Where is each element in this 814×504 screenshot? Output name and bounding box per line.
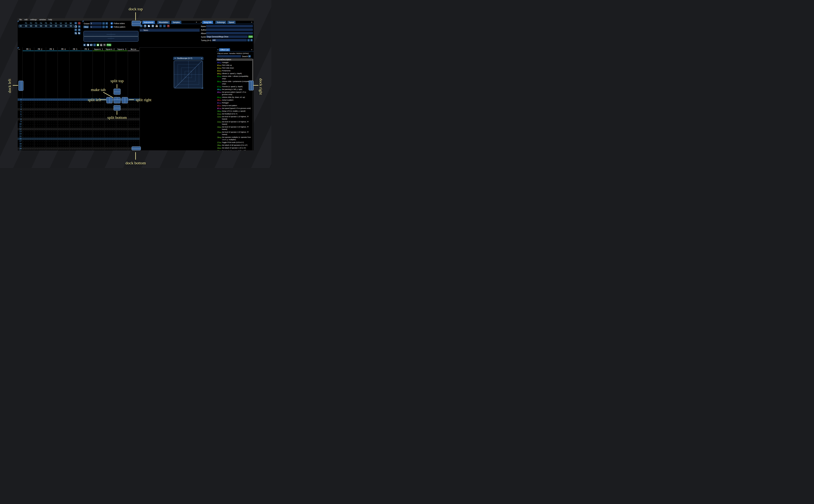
move-order-down-button[interactable]: ∨ (74, 29, 77, 31)
close-icon[interactable]: × (251, 21, 252, 23)
pattern-cell[interactable]: . . . . . . . . . . . . (81, 150, 92, 150)
pattern-cell[interactable]: . . . . . . . . . . . . (46, 133, 57, 135)
pattern-cell[interactable]: . . . . . . . . . . . . (104, 133, 116, 135)
pattern-cell[interactable]: . . . . . . . . . . . . (34, 131, 46, 132)
pattern-cell[interactable]: . . . . . . . . . . . . (46, 118, 57, 120)
duplicate-order-button[interactable] (74, 25, 77, 28)
order-cell[interactable]: 00 (48, 25, 53, 27)
dock-target-top[interactable] (132, 21, 141, 26)
column-description[interactable]: Description (222, 59, 231, 61)
pattern-cell[interactable]: . . . . . . . . . . . . (46, 138, 57, 140)
pattern-cell[interactable]: . . . . . . . . . . . . (92, 138, 104, 140)
pattern-cell[interactable]: . . . . . . . . . . . . (128, 109, 139, 110)
pattern-cell[interactable]: . . . . . . . . . . . . (128, 136, 139, 137)
oscilloscope-xy-titlebar[interactable]: ▼ Oscilloscope (X-Y) × (173, 57, 203, 60)
pattern-cell[interactable]: . . . . . . . . . . . . (81, 109, 92, 110)
pattern-cell[interactable]: . . . . . . . . . . . . (92, 148, 104, 149)
order-channel-F4[interactable]: F4 (39, 22, 43, 24)
channel-header-fm-1[interactable]: FM 1 (22, 48, 34, 50)
pattern-cell[interactable]: . . . . . . . . . . . . (57, 126, 69, 127)
pattern-cell[interactable]: . . . . . . . . . . . . (92, 113, 104, 115)
pattern-cell[interactable]: . . . . . . . . . . . . (128, 111, 139, 113)
pattern-cell[interactable]: . . . . . . . . . . . . (46, 140, 57, 142)
pattern-cell[interactable]: . . . . . . . . . . . . (92, 128, 104, 130)
pattern-cell[interactable]: . . . . . . . . . . . . (81, 133, 92, 135)
step-input[interactable]: 1 (90, 26, 102, 28)
pattern-cell[interactable]: . . . . . . . . . . . . (69, 143, 81, 145)
pattern-cell[interactable]: . . . . . . . . . . . . (69, 99, 81, 100)
pattern-cell[interactable]: . . . . . . . . . . . . (22, 133, 34, 135)
duplicate-instrument-button[interactable] (144, 25, 146, 27)
pattern-cell[interactable]: . . . . . . . . . . . . (104, 150, 116, 150)
pattern-cell[interactable]: . . . . . . . . . . . . (116, 140, 128, 142)
follow-pattern-checkbox[interactable]: ✓ (111, 26, 113, 28)
metronome-button[interactable] (100, 44, 102, 46)
pattern-cell[interactable]: . . . . . . . . . . . . (57, 113, 69, 115)
pattern-cell[interactable]: . . . . . . . . . . . . (104, 111, 116, 113)
pattern-cell[interactable]: . . . . . . . . . . . . (22, 113, 34, 115)
pattern-cell[interactable]: . . . . . . . . . . . . (34, 109, 46, 110)
menu-item-help[interactable]: help (48, 18, 52, 21)
pattern-cell[interactable]: . . . . . . . . . . . . (81, 138, 92, 140)
pattern-cell[interactable]: . . . . . . . . . . . . (104, 138, 116, 140)
pattern-cell[interactable]: . . . . . . . . . . . . (22, 116, 34, 118)
channel-header-square-1[interactable]: Square 1 (92, 48, 104, 50)
pattern-cell[interactable]: . . . . . . . . . . . . (104, 145, 116, 147)
pattern-cell[interactable]: . . . . . . . . . . . . (57, 99, 69, 100)
pattern-cell[interactable]: . . . . . . . . . . . . (46, 111, 57, 113)
pattern-cell[interactable]: . . . . . . . . . . . . (104, 121, 116, 123)
move-order-up-button[interactable]: ∧ (78, 25, 81, 28)
pattern-cell[interactable]: . . . . . . . . . . . . (46, 104, 57, 105)
pattern-cell[interactable]: . . . . . . . . . . . . (81, 111, 92, 113)
pattern-cell[interactable]: . . . . . . . . . . . . (57, 116, 69, 118)
pattern-cell[interactable]: . . . . . . . . . . . . (34, 106, 46, 108)
close-icon[interactable]: × (251, 49, 252, 51)
collapse-icon[interactable]: ▼ (200, 22, 202, 23)
instrument-list-item[interactable]: ○ - None - (139, 29, 200, 32)
pattern-cell[interactable]: . . . . . . . . . . . . (116, 128, 128, 130)
pattern-cell[interactable]: . . . . . . . . . . . . (22, 104, 34, 105)
pattern-row[interactable]: 18. . . . . . . . . . . .. . . . . . . .… (18, 142, 139, 145)
pattern-cell[interactable]: . . . . . . . . . . . . (116, 136, 128, 137)
pattern-cell[interactable]: . . . . . . . . . . . . (92, 143, 104, 145)
pattern-row[interactable]: 4. . . . . . . . . . . .. . . . . . . . … (18, 108, 139, 111)
close-icon[interactable]: × (201, 57, 202, 60)
pattern-cell[interactable]: . . . . . . . . . . . . (22, 118, 34, 120)
pattern-cell[interactable]: . . . . . . . . . . . . (69, 148, 81, 149)
octave-plus-button[interactable]: + (105, 22, 108, 25)
resize-grip[interactable] (201, 87, 203, 89)
pattern-cell[interactable]: . . . . . . . . . . . . (46, 128, 57, 130)
pattern-cell[interactable]: . . . . . . . . . . . . (34, 123, 46, 125)
pattern-cell[interactable]: . . . . . . . . . . . . (128, 140, 139, 142)
pattern-cell[interactable]: . . . . . . . . . . . . (92, 104, 104, 105)
pattern-row[interactable]: 12. . . . . . . . . . . .. . . . . . . .… (18, 128, 139, 130)
channel-header-noise[interactable]: Noise (128, 48, 139, 50)
order-channel-S1[interactable]: S1 (53, 22, 58, 24)
channel-header-fm-4[interactable]: FM 4 (57, 48, 69, 50)
pattern-cell[interactable]: . . . . . . . . . . . . (57, 123, 69, 125)
close-icon[interactable]: × (196, 21, 197, 23)
pattern-cell[interactable]: . . . . . . . . . . . . (69, 140, 81, 142)
name-input[interactable] (206, 25, 253, 27)
tuning-plus-button[interactable]: + (250, 39, 253, 41)
pattern-cell[interactable]: . . . . . . . . . . . . (116, 138, 128, 140)
pattern-cell[interactable]: . . . . . . . . . . . . (57, 111, 69, 113)
order-channel-F1[interactable]: F1 (24, 22, 29, 24)
pattern-cell[interactable]: . . . . . . . . . . . . (34, 128, 46, 130)
pattern-cell[interactable]: . . . . . . . . . . . . (92, 123, 104, 125)
channel-header-fm-3[interactable]: FM 3 (46, 48, 57, 50)
pattern-cell[interactable]: . . . . . . . . . . . . (116, 123, 128, 125)
menu-item-window[interactable]: window (39, 18, 46, 21)
pattern-cell[interactable]: . . . . . . . . . . . . (69, 136, 81, 137)
channel-header-fm-6[interactable]: FM 6 (81, 48, 92, 50)
open-instrument-button[interactable] (148, 25, 150, 27)
repeat-pattern-button[interactable]: ↻ (103, 44, 106, 46)
pattern-cell[interactable]: . . . . . . . . . . . . (57, 101, 69, 103)
pattern-cell[interactable]: . . . . . . . . . . . . (128, 138, 139, 140)
pattern-cell[interactable]: . . . . . . . . . . . . (46, 106, 57, 108)
pattern-cell[interactable]: . . . . . . . . . . . . (57, 140, 69, 142)
pattern-cell[interactable]: . . . . . . . . . . . . (69, 138, 81, 140)
pattern-cell[interactable]: . . . . . . . . . . . . (46, 109, 57, 110)
pattern-cell[interactable]: . . . . . . . . . . . . (81, 126, 92, 127)
pattern-cell[interactable]: . . . . . . . . . . . . (46, 121, 57, 123)
